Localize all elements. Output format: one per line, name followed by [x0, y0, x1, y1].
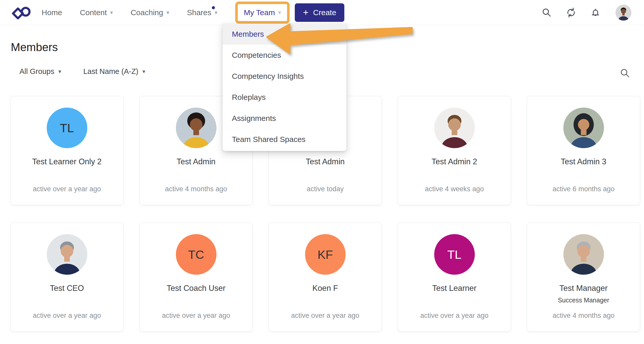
sync-icon[interactable] — [565, 7, 577, 18]
nav-link[interactable]: Coaching ▾ — [131, 8, 169, 17]
nav-link-label: Shares — [187, 8, 211, 17]
menu-item[interactable]: Assignments — [223, 108, 346, 129]
member-avatar: TC — [176, 234, 216, 275]
navbar-right-actions — [541, 5, 631, 21]
my-team-label: My Team — [244, 8, 275, 17]
member-card[interactable]: Test Manager Success Manager active 4 mo… — [527, 223, 640, 332]
member-card[interactable]: Test Admin 2 active 4 weeks ago — [398, 96, 511, 205]
chevron-down-icon: ▾ — [278, 10, 281, 15]
member-name: Test Learner Only 2 — [11, 157, 123, 166]
menu-item[interactable]: Competency Insights — [223, 66, 346, 87]
member-name: Test Admin — [269, 157, 382, 166]
member-card[interactable]: Test Admin 3 active 6 months ago — [527, 96, 640, 205]
primary-nav: Home Content ▾ Coaching ▾ Shares ▾ — [42, 8, 235, 17]
member-last-active: active over a year ago — [11, 312, 123, 320]
member-avatar: TL — [434, 234, 475, 275]
infinity-logo-icon — [11, 6, 32, 19]
member-avatar — [434, 108, 475, 148]
chevron-down-icon: ▾ — [58, 69, 61, 74]
nav-link[interactable]: Home — [42, 8, 62, 17]
member-avatar — [47, 234, 87, 275]
member-name: Test Learner — [398, 284, 511, 293]
member-last-active: active over a year ago — [11, 185, 123, 193]
member-name: Test CEO — [11, 284, 123, 293]
member-avatar — [176, 108, 216, 148]
nav-link[interactable]: Content ▾ — [80, 8, 113, 17]
menu-item[interactable]: Competencies — [223, 45, 346, 66]
brand-logo[interactable] — [11, 6, 32, 19]
member-card[interactable]: TL Test Learner active over a year ago — [398, 223, 511, 332]
member-last-active: active over a year ago — [269, 312, 382, 320]
member-avatar — [563, 234, 604, 275]
chevron-down-icon: ▾ — [110, 10, 113, 15]
member-avatar — [563, 108, 604, 148]
member-card[interactable]: Test CEO active over a year ago — [10, 223, 124, 332]
top-navbar: Home Content ▾ Coaching ▾ Shares ▾ My Te… — [0, 0, 644, 25]
member-card[interactable]: KF Koen F active over a year ago — [269, 223, 382, 332]
my-team-dropdown-menu: MembersCompetenciesCompetency InsightsRo… — [223, 24, 346, 151]
menu-item[interactable]: Roleplays — [223, 87, 346, 108]
groups-filter-label: All Groups — [20, 67, 54, 76]
chevron-down-icon: ▾ — [215, 10, 217, 15]
member-name: Koen F — [269, 284, 382, 293]
menu-item[interactable]: Team Shared Spaces — [223, 129, 346, 150]
member-last-active: active today — [269, 185, 382, 193]
groups-filter-dropdown[interactable]: All Groups ▾ — [20, 67, 61, 76]
member-last-active: active 6 months ago — [527, 185, 640, 193]
create-button[interactable]: + Create — [295, 3, 344, 22]
member-avatar: TL — [47, 108, 87, 148]
member-card[interactable]: TC Test Coach User active over a year ag… — [139, 223, 253, 332]
user-avatar[interactable] — [615, 5, 631, 21]
nav-link-label: Coaching — [131, 8, 163, 17]
nav-link-label: Home — [42, 8, 62, 17]
plus-icon: + — [303, 8, 308, 17]
sort-filter-dropdown[interactable]: Last Name (A-Z) ▾ — [83, 67, 145, 76]
member-last-active: active over a year ago — [140, 312, 252, 320]
chevron-down-icon: ▾ — [143, 69, 145, 74]
nav-item-my-team[interactable]: My Team ▾ — [235, 2, 290, 24]
nav-link[interactable]: Shares ▾ — [187, 8, 217, 17]
member-name: Test Admin — [140, 157, 252, 166]
sort-filter-label: Last Name (A-Z) — [83, 67, 138, 76]
nav-link-label: Content — [80, 8, 107, 17]
create-button-label: Create — [313, 8, 336, 17]
members-search-icon[interactable] — [619, 67, 631, 79]
member-last-active: active 4 months ago — [140, 185, 252, 193]
member-last-active: active 4 weeks ago — [398, 185, 511, 193]
member-avatar: KF — [305, 234, 346, 275]
new-dot-badge — [212, 6, 215, 9]
notifications-bell-icon[interactable] — [590, 7, 601, 18]
member-card[interactable]: TL Test Learner Only 2 active over a yea… — [10, 96, 124, 205]
member-last-active: active over a year ago — [398, 312, 511, 320]
member-role: Success Manager — [527, 297, 640, 304]
search-icon[interactable] — [541, 7, 552, 18]
chevron-down-icon: ▾ — [166, 10, 169, 15]
member-name: Test Manager — [527, 284, 640, 293]
member-name: Test Admin 3 — [527, 157, 640, 166]
menu-item[interactable]: Members — [223, 24, 346, 45]
member-last-active: active 4 months ago — [527, 312, 640, 320]
member-name: Test Coach User — [140, 284, 252, 293]
member-name: Test Admin 2 — [398, 157, 511, 166]
